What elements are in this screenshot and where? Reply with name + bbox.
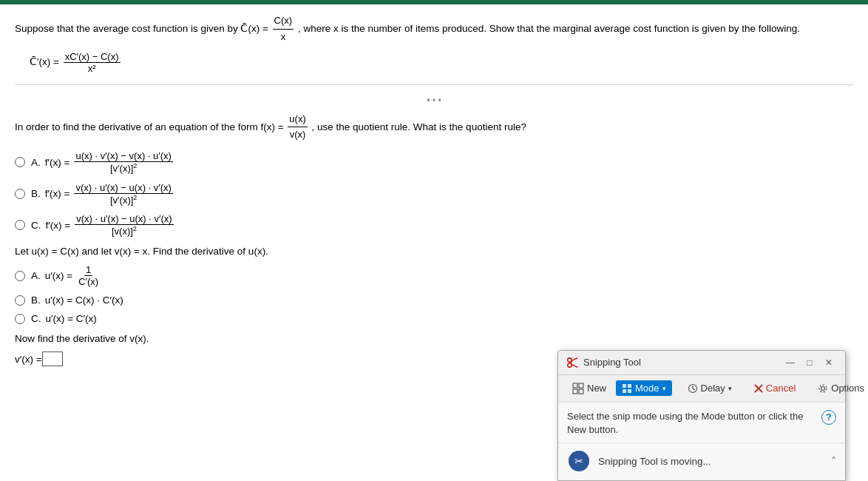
frac-A-ux: 1 C′(x) <box>77 264 100 287</box>
cbar-prime-label: C̄′(x) = <box>30 56 62 67</box>
svg-rect-9 <box>623 384 626 388</box>
choice-C-ux[interactable]: C. u′(x) = C′(x) <box>15 313 853 324</box>
svg-rect-12 <box>628 389 631 393</box>
options-label: Options <box>831 383 864 394</box>
choice-C-quotient[interactable]: C. f′(x) = v(x) · u′(x) − u(x) · v′(x) [… <box>15 213 853 237</box>
let-ux-text: Let u(x) = C(x) and let v(x) = x. Find t… <box>15 246 853 257</box>
problem-statement: Suppose that the average cost function i… <box>15 13 853 45</box>
svg-line-15 <box>693 388 695 390</box>
svg-line-3 <box>572 364 578 367</box>
quotient-rule-question: In order to find the derivative of an eq… <box>15 112 853 144</box>
quotient-rule-section: In order to find the derivative of an eq… <box>15 112 853 238</box>
delay-button[interactable]: Delay ▾ <box>681 380 739 397</box>
new-button[interactable]: New <box>566 380 613 397</box>
choice-A-ux[interactable]: A. u′(x) = 1 C′(x) <box>15 264 853 287</box>
vx-den: v(x) <box>288 127 308 143</box>
svg-point-18 <box>821 386 825 390</box>
mode-chevron-icon: ▾ <box>662 385 666 392</box>
frac-C-quotient: v(x) · u′(x) − u(x) · v′(x) [v(x)]2 <box>75 213 173 237</box>
snipping-toolbar: New Mode ▾ Delay ▾ <box>558 375 845 403</box>
svg-rect-8 <box>579 389 583 394</box>
ux-over-vx: u(x) v(x) <box>288 112 307 144</box>
chevron-up-icon[interactable]: ˄ <box>831 455 836 467</box>
snipping-title-text: Snipping Tool <box>583 357 641 368</box>
delay-label: Delay <box>701 383 725 394</box>
snipping-body: Select the snip mode using the Mode butt… <box>558 403 845 443</box>
label-B-quotient: B. <box>31 188 41 199</box>
radio-A-ux[interactable] <box>15 271 25 281</box>
formula-A-quotient: f′(x) = u(x) · v′(x) − v(x) · u′(x) [v′(… <box>45 150 174 174</box>
new-label: New <box>587 383 606 394</box>
label-C-quotient: C. <box>31 220 41 231</box>
label-C-ux: C. <box>31 313 41 324</box>
svg-point-19 <box>819 385 827 392</box>
svg-line-2 <box>572 357 578 360</box>
snipping-title-left: Snipping Tool <box>566 356 641 369</box>
qr-text-after: , use the quotient rule. What is the quo… <box>312 121 526 132</box>
cancel-label: Cancel <box>766 383 796 394</box>
ux-section: A. u′(x) = 1 C′(x) B. u′(x) = C(x) · C′(… <box>15 264 853 324</box>
snipping-tool-window: Snipping Tool — □ ✕ New <box>557 350 846 481</box>
divider <box>15 84 853 85</box>
minimize-button[interactable]: — <box>781 355 799 370</box>
qr-text-before: In order to find the derivative of an eq… <box>15 121 284 132</box>
formula-B-quotient: f′(x) = v(x) · u′(x) − u(x) · v′(x) [v′(… <box>45 182 174 206</box>
snipping-controls: — □ ✕ <box>781 355 838 370</box>
choice-B-ux[interactable]: B. u′(x) = C(x) · C′(x) <box>15 295 853 306</box>
options-gear-icon <box>818 383 828 394</box>
main-fraction: xC′(x) − C(x) x² <box>64 51 121 74</box>
ux-num: u(x) <box>288 112 307 128</box>
cx-numerator: C(x) <box>273 13 294 30</box>
snipping-move-icon: ✂ <box>567 449 591 473</box>
close-button[interactable]: ✕ <box>820 355 838 370</box>
formula-A-ux: u′(x) = 1 C′(x) <box>45 264 101 287</box>
help-button[interactable]: ? <box>821 410 836 425</box>
radio-B-ux[interactable] <box>15 295 25 306</box>
snipping-info-bar: ✂ Snipping Tool is moving... ˄ <box>558 443 845 480</box>
intro-end-text: , where x is the number of items produce… <box>298 23 800 34</box>
formula-C-quotient: f′(x) = v(x) · u′(x) − u(x) · v′(x) [v(x… <box>46 213 175 237</box>
snipping-moving-text: Snipping Tool is moving... <box>598 456 824 467</box>
vx-input[interactable] <box>42 352 63 366</box>
choice-A-quotient[interactable]: A. f′(x) = u(x) · v′(x) − v(x) · u′(x) [… <box>15 150 853 174</box>
main-content: Suppose that the average cost function i… <box>0 4 868 366</box>
label-A-quotient: A. <box>31 157 41 168</box>
main-num: xC′(x) − C(x) <box>64 51 121 63</box>
main-den: x² <box>87 63 98 74</box>
snipping-titlebar: Snipping Tool — □ ✕ <box>558 351 845 375</box>
c-bar-label: C̄(x) = <box>240 23 271 34</box>
mode-icon <box>622 383 632 394</box>
choice-B-quotient[interactable]: B. f′(x) = v(x) · u′(x) − u(x) · v′(x) [… <box>15 182 853 206</box>
snipping-body-text: Select the snip mode using the Mode butt… <box>567 410 814 437</box>
svg-rect-11 <box>623 389 626 393</box>
scissors-icon <box>566 356 579 369</box>
radio-B-quotient[interactable] <box>15 189 25 199</box>
frac-A-quotient: u(x) · v′(x) − v(x) · u′(x) [v′(x)]2 <box>74 150 172 174</box>
cancel-x-icon <box>754 384 763 393</box>
formula-C-ux: u′(x) = C′(x) <box>46 313 97 324</box>
frac-B-quotient: v(x) · u′(x) − u(x) · v′(x) [v′(x)]2 <box>74 182 172 206</box>
svg-rect-5 <box>573 383 577 388</box>
svg-rect-10 <box>628 384 631 388</box>
radio-C-quotient[interactable] <box>15 220 25 230</box>
intro-text: Suppose that the average cost function i… <box>15 23 238 34</box>
restore-button[interactable]: □ <box>801 355 818 370</box>
cancel-button[interactable]: Cancel <box>747 380 802 397</box>
svg-rect-7 <box>573 389 577 394</box>
mode-label: Mode <box>635 383 660 394</box>
svg-text:✂: ✂ <box>574 455 583 467</box>
vx-section-label: Now find the derivative of v(x). <box>15 333 853 344</box>
dots-divider: • • • <box>15 95 853 106</box>
delay-chevron-icon: ▾ <box>728 385 732 392</box>
new-icon <box>572 383 584 394</box>
options-button[interactable]: Options <box>811 380 868 397</box>
mode-button[interactable]: Mode ▾ <box>616 380 672 396</box>
formula-B-ux: u′(x) = C(x) · C′(x) <box>45 295 123 306</box>
radio-A-quotient[interactable] <box>15 157 25 167</box>
svg-rect-6 <box>579 383 583 388</box>
cx-denominator: x <box>279 30 288 45</box>
radio-C-ux[interactable] <box>15 314 25 324</box>
label-A-ux: A. <box>31 270 41 281</box>
main-formula: C̄′(x) = xC′(x) − C(x) x² <box>30 51 853 74</box>
cx-over-x: C(x) x <box>273 13 294 45</box>
